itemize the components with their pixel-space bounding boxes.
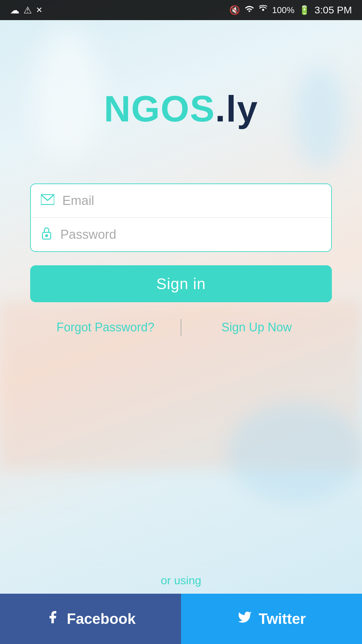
logo: NGOS.ly [104, 87, 258, 130]
battery-icon: 🔋 [299, 5, 310, 15]
email-input[interactable] [62, 194, 321, 208]
cloud-icon: ☁ [10, 5, 19, 16]
facebook-label: Facebook [67, 610, 135, 627]
twitter-icon [237, 609, 252, 629]
signal-icon [259, 5, 267, 16]
close-icon: ✕ [36, 5, 43, 15]
logo-ngos: NGOS [104, 88, 215, 129]
main-content: NGOS.ly Sign in [0, 20, 362, 336]
forgot-password-link[interactable]: Forgot Password? [30, 320, 181, 334]
mute-icon: 🔇 [229, 5, 240, 15]
or-using-text: or using [161, 574, 201, 587]
battery-label: 100% [272, 5, 295, 15]
twitter-button[interactable]: Twitter [181, 594, 362, 644]
svg-point-2 [46, 235, 48, 237]
social-bar: Facebook Twitter [0, 594, 362, 644]
wifi-icon [245, 4, 254, 16]
password-row [31, 218, 331, 251]
email-icon [41, 194, 54, 208]
links-row: Forgot Password? Sign Up Now [30, 319, 332, 336]
sign-in-button[interactable]: Sign in [30, 265, 332, 302]
facebook-icon [45, 609, 60, 629]
twitter-label: Twitter [259, 610, 306, 627]
sign-up-link[interactable]: Sign Up Now [181, 320, 332, 334]
status-time: 3:05 PM [314, 4, 352, 16]
password-input[interactable] [60, 227, 321, 242]
facebook-button[interactable]: Facebook [0, 594, 181, 644]
form-container [30, 183, 332, 252]
status-bar: ☁ ⚠ ✕ 🔇 100% 🔋 3:05 PM [0, 0, 362, 20]
lock-icon [41, 226, 52, 243]
warning-icon: ⚠ [23, 5, 32, 16]
logo-dotly: .ly [215, 88, 258, 129]
email-row [31, 184, 331, 218]
